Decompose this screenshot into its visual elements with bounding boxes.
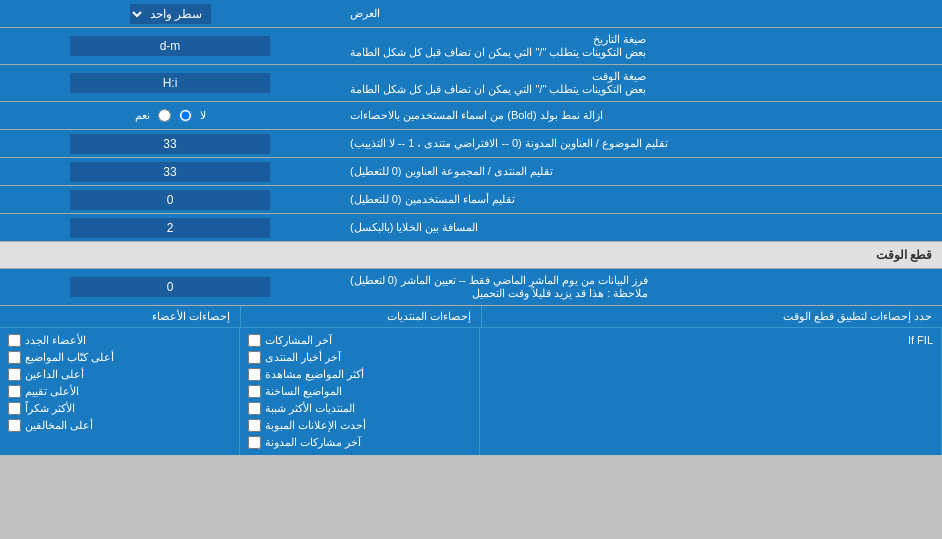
checkbox-top-inviting-input[interactable] <box>8 368 21 381</box>
checkbox-top-violators-input[interactable] <box>8 419 21 432</box>
checkbox-most-thanks-input[interactable] <box>8 402 21 415</box>
time-format-label: صيغة الوقت بعض التكوينات يتطلب "/" التي … <box>340 65 942 101</box>
spacing-input-cell <box>0 214 340 241</box>
bold-no-label: لا <box>200 109 206 122</box>
bold-yes-label: نعم <box>135 109 150 122</box>
checkbox-popular-forums: المنتديات الأكثر شببة <box>248 400 471 417</box>
bottom-text: If FIL <box>488 332 934 348</box>
checkbox-forum-news: آخر أخبار المنتدى <box>248 349 471 366</box>
date-format-input-cell <box>0 28 340 64</box>
single-line-select[interactable]: سطر واحد سطران ثلاثة أسطر <box>130 4 211 24</box>
checkbox-top-rated: الأعلى تقييم <box>8 383 231 400</box>
usernames-input[interactable] <box>70 190 270 210</box>
single-line-row: العرض سطر واحد سطران ثلاثة أسطر <box>0 0 942 28</box>
forum-group-input-cell <box>0 158 340 185</box>
usernames-row: تقليم أسماء المستخدمين (0 للتعطيل) <box>0 186 942 214</box>
checkbox-last-posts: آخر المشاركات <box>248 332 471 349</box>
checkbox-classifieds: أحدث الإعلانات المبوبة <box>248 417 471 434</box>
time-format-row: صيغة الوقت بعض التكوينات يتطلب "/" التي … <box>0 65 942 102</box>
page-title: العرض <box>340 0 942 27</box>
checkboxes-section: حدد إحصاءات لتطبيق قطع الوقت إحصاءات الم… <box>0 306 942 455</box>
checkbox-most-viewed-input[interactable] <box>248 368 261 381</box>
member-checkboxes-col: الأعضاء الجدد أعلى كتّاب المواضيع أعلى ا… <box>0 328 240 455</box>
time-format-input[interactable] <box>70 73 270 93</box>
checkbox-classifieds-input[interactable] <box>248 419 261 432</box>
forum-group-label: تقليم المنتدى / المجموعة العناوين (0 للت… <box>340 158 942 185</box>
checkbox-blog-posts: آخر مشاركات المدونة <box>248 434 471 451</box>
bold-remove-input-cell: لا نعم <box>0 102 340 129</box>
checkbox-hot-topics-input[interactable] <box>248 385 261 398</box>
cutoff-input[interactable] <box>70 277 270 297</box>
checkbox-new-members: الأعضاء الجدد <box>8 332 231 349</box>
checkbox-new-members-input[interactable] <box>8 334 21 347</box>
checkbox-top-writers-input[interactable] <box>8 351 21 364</box>
col1-header-label: إحصاءات الأعضاء <box>0 306 241 327</box>
checkbox-most-viewed: أكثر المواضيع مشاهدة <box>248 366 471 383</box>
forum-topics-input[interactable] <box>70 134 270 154</box>
usernames-label: تقليم أسماء المستخدمين (0 للتعطيل) <box>340 186 942 213</box>
spacing-input[interactable] <box>70 218 270 238</box>
cutoff-input-cell <box>0 269 340 305</box>
col2-header-label: إحصاءات المنتديات <box>241 306 482 327</box>
checkbox-top-inviting: أعلى الداعين <box>8 366 231 383</box>
checkbox-forum-news-input[interactable] <box>248 351 261 364</box>
date-format-input[interactable] <box>70 36 270 56</box>
cutoff-section-header: قطع الوقت <box>0 242 942 269</box>
limit-label: حدد إحصاءات لتطبيق قطع الوقت <box>482 306 942 327</box>
checkbox-most-thanks: الأكثر شكراً <box>8 400 231 417</box>
checkbox-top-writers: أعلى كتّاب المواضيع <box>8 349 231 366</box>
forum-topics-row: تقليم الموضوع / العناوين المدونة (0 -- ا… <box>0 130 942 158</box>
forum-topics-label: تقليم الموضوع / العناوين المدونة (0 -- ا… <box>340 130 942 157</box>
time-format-input-cell <box>0 65 340 101</box>
bold-no-radio[interactable] <box>179 109 192 122</box>
bold-radio-group: لا نعم <box>125 105 216 126</box>
checkboxes-grid: If FIL آخر المشاركات آخر أخبار المنتدى أ… <box>0 328 942 455</box>
cutoff-row: فرز البيانات من يوم الماشر الماضي فقط --… <box>0 269 942 306</box>
forum-checkboxes-col: آخر المشاركات آخر أخبار المنتدى أكثر الم… <box>240 328 480 455</box>
empty-col: If FIL <box>480 328 943 455</box>
forum-topics-input-cell <box>0 130 340 157</box>
checkbox-popular-forums-input[interactable] <box>248 402 261 415</box>
checkbox-blog-posts-input[interactable] <box>248 436 261 449</box>
checkbox-top-violators: أعلى المخالفين <box>8 417 231 434</box>
single-line-input-cell: سطر واحد سطران ثلاثة أسطر <box>0 0 340 27</box>
bold-remove-row: ازالة نمط بولد (Bold) من اسماء المستخدمي… <box>0 102 942 130</box>
checkbox-last-posts-input[interactable] <box>248 334 261 347</box>
checkbox-hot-topics: المواضيع الساخنة <box>248 383 471 400</box>
forum-group-input[interactable] <box>70 162 270 182</box>
spacing-label: المسافة بين الخلايا (بالبكسل) <box>340 214 942 241</box>
spacing-row: المسافة بين الخلايا (بالبكسل) <box>0 214 942 242</box>
checkbox-top-rated-input[interactable] <box>8 385 21 398</box>
forum-group-row: تقليم المنتدى / المجموعة العناوين (0 للت… <box>0 158 942 186</box>
usernames-input-cell <box>0 186 340 213</box>
date-format-row: صيغة التاريخ بعض التكوينات يتطلب "/" الت… <box>0 28 942 65</box>
date-format-label: صيغة التاريخ بعض التكوينات يتطلب "/" الت… <box>340 28 942 64</box>
main-container: العرض سطر واحد سطران ثلاثة أسطر صيغة الت… <box>0 0 942 455</box>
bold-yes-radio[interactable] <box>158 109 171 122</box>
bold-remove-label: ازالة نمط بولد (Bold) من اسماء المستخدمي… <box>340 102 942 129</box>
limit-row: حدد إحصاءات لتطبيق قطع الوقت إحصاءات الم… <box>0 306 942 328</box>
cutoff-label: فرز البيانات من يوم الماشر الماضي فقط --… <box>340 269 942 305</box>
